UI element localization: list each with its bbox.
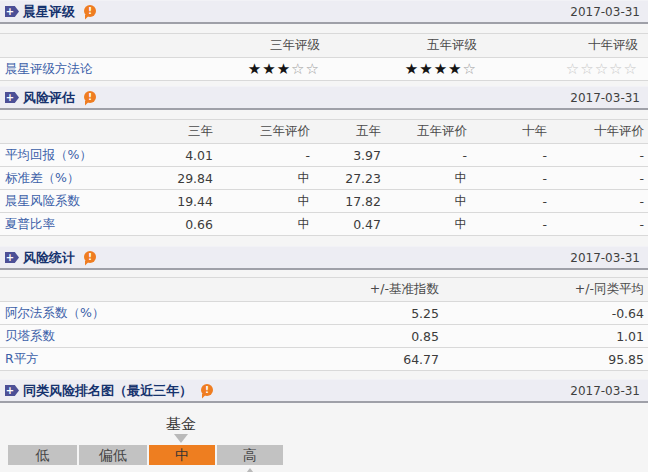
- section-title: 同类风险排名图（最近三年）: [23, 382, 192, 400]
- cell-value: 29.84: [130, 167, 217, 190]
- cell-value: 中: [385, 213, 471, 236]
- cell-value: 95.85: [443, 348, 648, 371]
- cell-value: 0.85: [130, 325, 443, 348]
- cell-value: -: [551, 213, 648, 236]
- col-header-vs-benchmark: +/-基准指数: [130, 278, 443, 302]
- risk-stats-table: +/-基准指数 +/-同类平均 阿尔法系数（%） 5.25 -0.64 贝塔系数…: [0, 277, 648, 371]
- help-exclamation-icon[interactable]: !: [84, 91, 96, 103]
- risk-rank-chart: 基金 低 偏低 中 高 基金类别: [0, 407, 648, 472]
- stars-5y: ★★★★☆: [330, 58, 487, 81]
- cell-value: -: [471, 144, 551, 167]
- row-label-link[interactable]: 阿尔法系数（%）: [0, 302, 130, 325]
- table-header-row: 三年 三年评价 五年 五年评价 十年 十年评价: [0, 120, 648, 144]
- cell-value: -: [551, 190, 648, 213]
- cell-value: 0.47: [314, 213, 385, 236]
- filled-stars: ★★★: [248, 60, 291, 78]
- cell-value: -: [471, 213, 551, 236]
- section-date: 2017-03-31: [570, 384, 640, 398]
- section-header-star-rating: + 晨星评级 ! 2017-03-31: [0, 0, 648, 24]
- stars-3y: ★★★☆☆: [150, 58, 330, 81]
- segment-below-avg: 偏低: [79, 445, 147, 465]
- table-row: 晨星风险系数 19.44 中 17.82 中 - -: [0, 190, 648, 213]
- category-marker-arrow-icon: [243, 468, 257, 472]
- col-header-5y-eval: 五年评价: [385, 120, 471, 144]
- empty-header-cell: [0, 34, 150, 58]
- empty-stars: ☆☆☆☆☆: [566, 60, 638, 78]
- cell-value: -: [385, 144, 471, 167]
- cell-value: -: [551, 167, 648, 190]
- risk-eval-table: 三年 三年评价 五年 五年评价 十年 十年评价 平均回报（%） 4.01 - 3…: [0, 119, 648, 236]
- cell-value: 3.97: [314, 144, 385, 167]
- stars-10y: ☆☆☆☆☆: [487, 58, 648, 81]
- table-row: 夏普比率 0.66 中 0.47 中 - -: [0, 213, 648, 236]
- row-label-link[interactable]: 贝塔系数: [0, 325, 130, 348]
- row-label-link[interactable]: 平均回报（%）: [0, 144, 130, 167]
- empty-header-cell: [0, 278, 130, 302]
- methodology-link[interactable]: 晨星评级方法论: [0, 58, 150, 81]
- cell-value: -: [217, 144, 314, 167]
- cell-value: 27.23: [314, 167, 385, 190]
- section-header-risk-eval: + 风险评估 ! 2017-03-31: [0, 86, 648, 110]
- expand-icon[interactable]: +: [5, 92, 19, 103]
- filled-stars: ★★★★: [405, 60, 463, 78]
- cell-value: 中: [385, 190, 471, 213]
- cell-value: 4.01: [130, 144, 217, 167]
- fund-marker-arrow-icon: [174, 434, 188, 443]
- cell-value: 5.25: [130, 302, 443, 325]
- cell-value: 中: [217, 213, 314, 236]
- empty-stars: ☆☆: [291, 60, 320, 78]
- cell-value: 中: [217, 167, 314, 190]
- segment-high: 高: [217, 445, 283, 465]
- section-date: 2017-03-31: [570, 251, 640, 265]
- row-label-link[interactable]: 标准差（%）: [0, 167, 130, 190]
- row-label-link[interactable]: R平方: [0, 348, 130, 371]
- expand-icon[interactable]: +: [5, 385, 19, 396]
- fund-rating-page: + 晨星评级 ! 2017-03-31 三年评级 五年评级 十年评级 晨星评级方…: [0, 0, 648, 472]
- cell-value: -: [471, 190, 551, 213]
- fund-marker-label: 基金: [166, 415, 196, 434]
- col-header-10y-eval: 十年评价: [551, 120, 648, 144]
- segment-low: 低: [8, 445, 77, 465]
- help-exclamation-icon[interactable]: !: [84, 5, 96, 17]
- col-header-3y-rating: 三年评级: [150, 34, 330, 58]
- cell-value: 中: [385, 167, 471, 190]
- col-header-3y-eval: 三年评价: [217, 120, 314, 144]
- section-title: 晨星评级: [23, 3, 75, 21]
- col-header-10y-rating: 十年评级: [487, 34, 648, 58]
- empty-header-cell: [0, 120, 130, 144]
- table-row: 平均回报（%） 4.01 - 3.97 - - -: [0, 144, 648, 167]
- cell-value: -: [551, 144, 648, 167]
- cell-value: 64.77: [130, 348, 443, 371]
- cell-value: 17.82: [314, 190, 385, 213]
- cell-value: 中: [217, 190, 314, 213]
- table-row: 阿尔法系数（%） 5.25 -0.64: [0, 302, 648, 325]
- table-row: 晨星评级方法论 ★★★☆☆ ★★★★☆ ☆☆☆☆☆: [0, 58, 648, 81]
- expand-icon[interactable]: +: [5, 252, 19, 263]
- help-exclamation-icon[interactable]: !: [201, 384, 213, 396]
- section-header-risk-rank: + 同类风险排名图（最近三年） ! 2017-03-31: [0, 379, 648, 403]
- section-date: 2017-03-31: [570, 91, 640, 105]
- cell-value: -0.64: [443, 302, 648, 325]
- cell-value: 0.66: [130, 213, 217, 236]
- table-header-row: +/-基准指数 +/-同类平均: [0, 278, 648, 302]
- segment-medium-active: 中: [149, 445, 215, 465]
- table-row: 标准差（%） 29.84 中 27.23 中 - -: [0, 167, 648, 190]
- table-header-row: 三年评级 五年评级 十年评级: [0, 34, 648, 58]
- section-date: 2017-03-31: [570, 5, 640, 19]
- risk-rank-bar: 低 偏低 中 高: [8, 445, 283, 465]
- expand-icon[interactable]: +: [5, 6, 19, 17]
- empty-stars: ☆: [463, 60, 477, 78]
- col-header-3y: 三年: [130, 120, 217, 144]
- col-header-5y-rating: 五年评级: [330, 34, 487, 58]
- section-title: 风险评估: [23, 89, 75, 107]
- table-row: 贝塔系数 0.85 1.01: [0, 325, 648, 348]
- cell-value: 1.01: [443, 325, 648, 348]
- section-header-risk-stats: + 风险统计 ! 2017-03-31: [0, 246, 648, 270]
- section-title: 风险统计: [23, 249, 75, 267]
- row-label-link[interactable]: 夏普比率: [0, 213, 130, 236]
- row-label-link[interactable]: 晨星风险系数: [0, 190, 130, 213]
- cell-value: 19.44: [130, 190, 217, 213]
- col-header-vs-category: +/-同类平均: [443, 278, 648, 302]
- col-header-10y: 十年: [471, 120, 551, 144]
- help-exclamation-icon[interactable]: !: [84, 251, 96, 263]
